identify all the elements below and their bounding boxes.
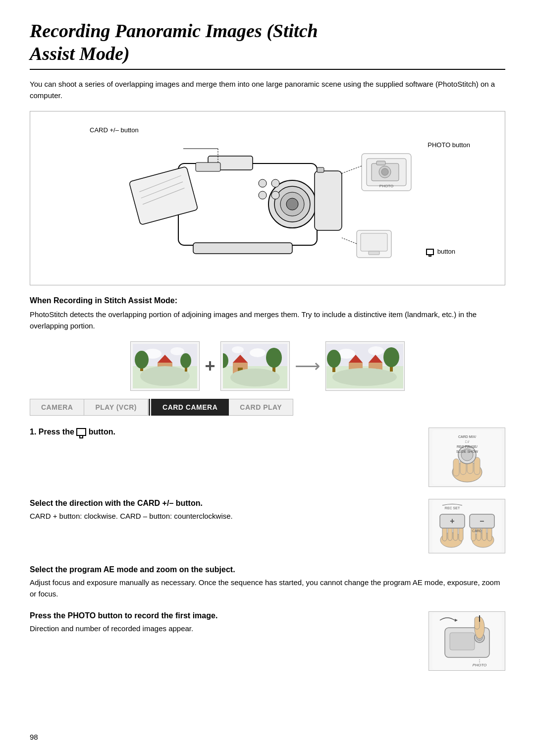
step-1: 1. Press the button. <box>30 428 505 487</box>
mode-tabs: CAMERA PLAY (VCR) CARD CAMERA CARD PLAY <box>30 399 505 416</box>
svg-text:□ /: □ / <box>465 440 469 443</box>
svg-point-49 <box>232 346 244 353</box>
svg-point-72 <box>383 347 399 367</box>
svg-point-44 <box>180 353 191 368</box>
step-3: Select the program AE mode and zoom on t… <box>30 565 505 599</box>
merge-image-1 <box>130 341 200 391</box>
svg-point-42 <box>140 366 190 386</box>
tab-camera[interactable]: CAMERA <box>30 399 84 416</box>
step-2-content: Select the direction with the CARD +/– b… <box>30 499 419 522</box>
when-recording-heading: When Recording in Stitch Assist Mode: <box>30 296 505 305</box>
svg-point-64 <box>327 350 341 368</box>
step-4-image: PHOTO <box>428 611 505 671</box>
page-title: Recording Panoramic Images (Stitch Assis… <box>30 20 505 65</box>
step-3-text: Adjust focus and exposure manually as ne… <box>30 577 505 599</box>
svg-point-15 <box>271 191 279 199</box>
step-2: Select the direction with the CARD +/– b… <box>30 499 505 553</box>
steps-container: 1. Press the button. <box>30 428 505 671</box>
svg-point-62 <box>368 346 384 355</box>
svg-text:PHOTO: PHOTO <box>379 184 393 188</box>
svg-point-36 <box>170 347 184 355</box>
merge-image-2 <box>220 341 290 391</box>
svg-point-73 <box>332 368 397 386</box>
tab-card-play[interactable]: CARD PLAY <box>228 399 293 416</box>
svg-line-27 <box>342 166 362 173</box>
camera-diagram-box: CARD +/– button PHOTO button button <box>30 111 505 285</box>
svg-point-13 <box>271 179 279 187</box>
tab-play-vcr[interactable]: PLAY (VCR) <box>84 399 148 416</box>
svg-point-12 <box>259 179 267 187</box>
page-number: 98 <box>30 733 38 741</box>
step-3-content: Select the program AE mode and zoom on t… <box>30 565 505 599</box>
svg-rect-11 <box>315 171 342 230</box>
step-1-heading: 1. Press the button. <box>30 428 419 436</box>
svg-rect-25 <box>376 161 385 165</box>
svg-text:PHOTO: PHOTO <box>472 663 486 667</box>
svg-point-56 <box>266 348 282 368</box>
merge-illustration: + ⟶ <box>30 341 505 391</box>
merge-result-image <box>325 341 405 391</box>
step-4-heading: Press the PHOTO button to record the fir… <box>30 611 419 620</box>
arrow-operator: ⟶ <box>295 356 321 377</box>
svg-rect-105 <box>450 633 475 650</box>
intro-text: You can shoot a series of overlapping im… <box>30 79 505 101</box>
camera-diagram-inner: CARD +/– button PHOTO button button <box>40 121 495 275</box>
step-1-image: CARD MIX/ □ / REC PAUSE/ SLIDE SHOW <box>428 428 505 487</box>
svg-text:CARD: CARD <box>472 529 482 533</box>
small-monitor-icon <box>426 249 434 255</box>
label-button: button <box>426 248 455 255</box>
label-photo: PHOTO button <box>428 141 470 149</box>
when-recording-text: PhotoStitch detects the overlapping port… <box>30 309 505 331</box>
svg-rect-29 <box>361 233 387 251</box>
svg-rect-109 <box>475 617 480 629</box>
svg-text:–: – <box>480 517 484 525</box>
svg-text:REC SET: REC SET <box>444 506 460 510</box>
step-4-content: Press the PHOTO button to record the fir… <box>30 611 419 635</box>
step-1-content: 1. Press the button. <box>30 428 419 439</box>
title-divider <box>30 69 505 70</box>
step-4-text: Direction and number of recorded images … <box>30 623 419 635</box>
svg-rect-79 <box>474 457 480 475</box>
svg-line-31 <box>342 238 357 244</box>
svg-point-48 <box>250 348 266 357</box>
step-2-heading: Select the direction with the CARD +/– b… <box>30 499 419 508</box>
svg-text:CARD MIX/: CARD MIX/ <box>458 435 476 438</box>
svg-text:SLIDE SHOW: SLIDE SHOW <box>456 450 478 453</box>
svg-rect-16 <box>193 243 292 254</box>
step-2-text: CARD + button: clockwise. CARD – button:… <box>30 511 419 522</box>
label-card-plus: CARD +/– button <box>90 126 139 134</box>
svg-text:+: + <box>450 517 454 525</box>
monitor-icon-step1 <box>76 428 86 436</box>
plus-operator: + <box>205 356 215 377</box>
svg-rect-10 <box>196 162 220 171</box>
svg-point-57 <box>230 369 280 386</box>
tab-card-camera[interactable]: CARD CAMERA <box>151 399 229 416</box>
svg-point-24 <box>381 168 388 175</box>
svg-text:REC PAUSE/: REC PAUSE/ <box>457 445 478 448</box>
svg-rect-17 <box>317 167 324 172</box>
svg-point-8 <box>286 198 298 210</box>
svg-rect-76 <box>453 459 459 476</box>
svg-point-38 <box>135 351 149 369</box>
tab-separator <box>149 399 150 416</box>
step-4: Press the PHOTO button to record the fir… <box>30 611 505 671</box>
step-2-image: + – REC SET CARD <box>428 499 505 553</box>
svg-rect-30 <box>369 251 379 255</box>
svg-point-14 <box>259 191 267 199</box>
step-3-heading: Select the program AE mode and zoom on t… <box>30 565 505 574</box>
